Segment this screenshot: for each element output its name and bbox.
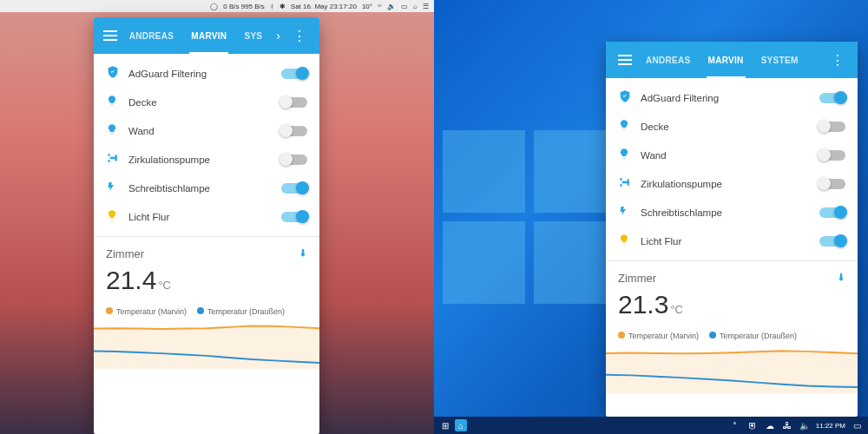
shield-icon [618, 89, 641, 106]
device-row: Zirkulationspumpe [106, 145, 307, 174]
tab-marvin[interactable]: MARVIN [700, 42, 753, 78]
device-label: Licht Flur [128, 212, 281, 222]
device-row: Licht Flur [106, 202, 307, 231]
taskbar-clock[interactable]: 11:22 PM [816, 422, 845, 430]
mac-menubar: ◯ 0 B/s 995 B/s ᚼ ✱ Sat 16. May 23:17:20… [0, 0, 434, 12]
toggle-switch[interactable] [819, 179, 845, 189]
card-header: ANDREASMARVINSYSTEM ⋮ [606, 42, 858, 78]
menu-button[interactable] [613, 55, 637, 65]
device-row: Decke [618, 112, 845, 141]
card-body: AdGuard Filtering Decke Wand Zirkulation… [94, 54, 319, 237]
room-temperature: 21.4°C [106, 266, 307, 295]
ha-card-win: ANDREASMARVINSYSTEM ⋮ AdGuard Filtering … [606, 42, 858, 417]
tray-shield-icon[interactable]: ⛨ [746, 419, 759, 431]
volume-icon: 🔉 [387, 3, 396, 10]
chart-legend: Temperatur (Marvin)Temperatur (Draußen) [618, 332, 845, 340]
toggle-switch[interactable] [819, 236, 845, 247]
mac-desktop: ◯ 0 B/s 995 B/s ᚼ ✱ Sat 16. May 23:17:20… [0, 0, 434, 434]
device-label: Licht Flur [641, 236, 819, 247]
device-row: Zirkulationspumpe [618, 169, 845, 198]
device-row: Schreibtischlampe [106, 174, 307, 202]
shield-icon [106, 65, 128, 82]
device-label: Decke [641, 122, 819, 132]
display-icon: ▭ [401, 3, 408, 10]
room-section: Zimmer 21.3°C Temperatur (Marvin)Tempera… [606, 261, 858, 398]
net-speed: 0 B/s 995 B/s [223, 3, 265, 10]
search-icon[interactable]: ⌕ [413, 3, 418, 10]
notification-icon[interactable]: ▭ [851, 419, 863, 431]
toggle-switch[interactable] [281, 126, 307, 136]
menu-button[interactable] [101, 30, 121, 41]
bulb-icon [618, 148, 641, 162]
device-label: Decke [128, 97, 281, 108]
bolt-icon [106, 181, 128, 195]
tray-vol-icon[interactable]: 🔈 [799, 419, 811, 431]
tab-marvin[interactable]: MARVIN [182, 17, 235, 54]
toggle-switch[interactable] [819, 93, 845, 103]
toggle-switch[interactable] [281, 155, 307, 165]
bulb-icon [106, 95, 128, 109]
device-row: Wand [618, 141, 845, 169]
legend-item: Temperatur (Draußen) [709, 332, 797, 340]
bulb-icon [618, 233, 641, 248]
chevron-right-icon[interactable]: › [271, 29, 286, 43]
tab-andreas[interactable]: ANDREAS [637, 42, 700, 78]
device-row: Schreibtischlampe [618, 198, 845, 227]
tray-net-icon[interactable]: 🖧 [781, 419, 793, 431]
device-label: Schreibtischlampe [641, 207, 819, 218]
menubar-temp: 10° [362, 3, 372, 10]
wifi-icon: ⌔ [378, 3, 382, 10]
windows-logo [443, 130, 616, 304]
device-row: AdGuard Filtering [618, 83, 845, 112]
control-center-icon[interactable]: ☰ [423, 3, 429, 10]
temperature-chart [606, 345, 858, 393]
device-label: Wand [641, 150, 819, 161]
tab-sys[interactable]: SYS [235, 17, 271, 54]
device-row: Licht Flur [618, 227, 845, 255]
device-row: Decke [106, 88, 307, 116]
legend-item: Temperatur (Marvin) [618, 332, 699, 340]
overflow-menu-icon[interactable]: ⋮ [286, 28, 312, 44]
toggle-switch[interactable] [281, 183, 307, 194]
room-temperature: 21.3°C [618, 290, 845, 319]
bolt-icon [618, 205, 641, 220]
ha-card-mac: ANDREASMARVINSYS › ⋮ AdGuard Filtering D… [94, 17, 319, 434]
device-label: Schreibtischlampe [128, 183, 281, 194]
pump-icon [106, 152, 128, 167]
toggle-switch[interactable] [819, 150, 845, 161]
win-taskbar[interactable]: ⊞ ⌂ ˄ ⛨ ☁ 🖧 🔈 11:22 PM ▭ [434, 417, 868, 434]
temperature-chart [94, 321, 319, 369]
toggle-switch[interactable] [281, 212, 307, 222]
chart-legend: Temperatur (Marvin)Temperatur (Draußen) [106, 307, 307, 316]
toggle-switch[interactable] [281, 97, 307, 108]
device-row: AdGuard Filtering [106, 59, 307, 88]
thermometer-icon [837, 270, 845, 286]
start-button[interactable]: ⊞ [439, 419, 451, 431]
card-body: AdGuard Filtering Decke Wand Zirkulation… [606, 78, 858, 261]
tab-bar: ANDREASMARVINSYSTEM [637, 42, 824, 78]
bluetooth-icon: ᚼ [270, 3, 274, 10]
device-label: Wand [128, 126, 281, 136]
tab-andreas[interactable]: ANDREAS [121, 17, 183, 54]
device-label: Zirkulationspumpe [128, 155, 281, 165]
tab-bar: ANDREASMARVINSYS [121, 17, 272, 54]
device-label: AdGuard Filtering [128, 69, 281, 79]
room-title: Zimmer [618, 272, 656, 285]
thermometer-icon [299, 246, 307, 262]
tray-cloud-icon[interactable]: ☁ [764, 419, 776, 431]
device-label: Zirkulationspumpe [641, 179, 819, 189]
bulb-icon [106, 209, 128, 224]
room-title: Zimmer [106, 247, 144, 260]
dropbox-icon: ✱ [279, 3, 286, 10]
toggle-switch[interactable] [819, 207, 845, 218]
toggle-switch[interactable] [281, 69, 307, 79]
tab-system[interactable]: SYSTEM [753, 42, 807, 78]
overflow-menu-icon[interactable]: ⋮ [824, 52, 851, 69]
tray-up-icon[interactable]: ˄ [729, 419, 741, 431]
taskbar-app[interactable]: ⌂ [455, 419, 467, 431]
pump-icon [618, 176, 641, 191]
legend-item: Temperatur (Draußen) [197, 307, 285, 316]
loading-icon: ◯ [210, 3, 218, 10]
win-desktop: ANDREASMARVINSYSTEM ⋮ AdGuard Filtering … [434, 0, 868, 434]
toggle-switch[interactable] [819, 122, 845, 132]
